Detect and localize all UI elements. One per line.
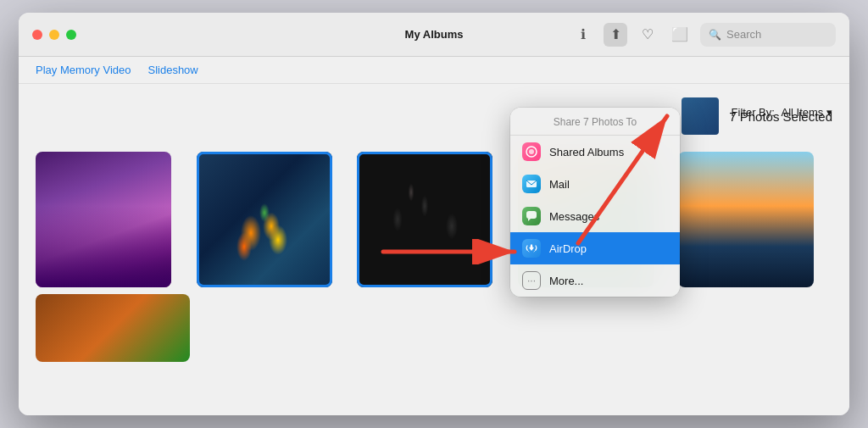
- app-window: My Albums ℹ ⬆ ♡ ⬜ 🔍 Search Play Memory V…: [19, 13, 849, 415]
- shared-albums-icon: [522, 142, 541, 161]
- minimize-button[interactable]: [49, 30, 59, 40]
- window-controls: [32, 30, 76, 40]
- share-more[interactable]: ··· More...: [510, 264, 680, 297]
- photo-item[interactable]: [678, 152, 814, 287]
- filter-label: Filter By:: [732, 106, 775, 119]
- selected-thumbnail: [682, 97, 719, 135]
- content-area: Play Memory Video Slideshow 7 Photos Sel…: [19, 57, 849, 415]
- airdrop-label: AirDrop: [549, 242, 587, 255]
- svg-rect-3: [526, 211, 537, 219]
- mail-label: Mail: [549, 178, 570, 191]
- messages-label: Messages: [549, 210, 599, 223]
- slideshow-button[interactable]: Slideshow: [147, 64, 198, 76]
- close-button[interactable]: [32, 30, 42, 40]
- search-placeholder: Search: [726, 28, 761, 41]
- maximize-button[interactable]: [66, 30, 76, 40]
- titlebar: My Albums ℹ ⬆ ♡ ⬜ 🔍 Search: [19, 13, 849, 57]
- photo-item[interactable]: [36, 152, 171, 287]
- photo-item[interactable]: [197, 294, 351, 362]
- photo-item[interactable]: [357, 294, 511, 362]
- share-dropdown: Share 7 Photos To Shared Albums: [510, 108, 680, 297]
- share-airdrop[interactable]: AirDrop: [510, 232, 680, 264]
- window-title-text: My Albums: [405, 28, 464, 41]
- play-memory-button[interactable]: Play Memory Video: [36, 64, 131, 76]
- share-messages[interactable]: Messages: [510, 200, 680, 232]
- svg-marker-4: [528, 219, 531, 221]
- photo-item[interactable]: [518, 294, 672, 362]
- messages-icon: [522, 207, 541, 225]
- photo-item[interactable]: [36, 294, 190, 362]
- sub-toolbar: Play Memory Video Slideshow: [19, 57, 849, 84]
- more-icon: ···: [522, 271, 541, 290]
- chevron-down-icon: ▾: [826, 106, 832, 119]
- search-icon: 🔍: [709, 29, 721, 41]
- svg-point-1: [529, 149, 534, 154]
- share-button[interactable]: ⬆: [604, 23, 627, 47]
- shared-albums-label: Shared Albums: [549, 146, 624, 158]
- photo-item[interactable]: [357, 152, 492, 287]
- photo-item[interactable]: [197, 152, 332, 287]
- share-mail[interactable]: Mail: [510, 168, 680, 200]
- search-bar[interactable]: 🔍 Search: [700, 23, 836, 47]
- mail-icon: [522, 175, 541, 193]
- info-button[interactable]: ℹ: [571, 23, 595, 47]
- filter-bar: Filter By: All Items ▾: [732, 106, 832, 119]
- share-shared-albums[interactable]: Shared Albums: [510, 136, 680, 168]
- more-label: More...: [549, 275, 583, 287]
- photo-item[interactable]: [678, 294, 832, 362]
- heart-button[interactable]: ♡: [636, 23, 659, 47]
- photo-grid-row2: [19, 294, 849, 370]
- dropdown-header: Share 7 Photos To: [510, 108, 680, 136]
- titlebar-actions: ℹ ⬆ ♡ ⬜ 🔍 Search: [571, 23, 836, 47]
- airdrop-icon: [522, 239, 541, 258]
- crop-button[interactable]: ⬜: [668, 23, 692, 47]
- window-title: My Albums: [405, 28, 464, 41]
- filter-value[interactable]: All Items: [782, 106, 824, 119]
